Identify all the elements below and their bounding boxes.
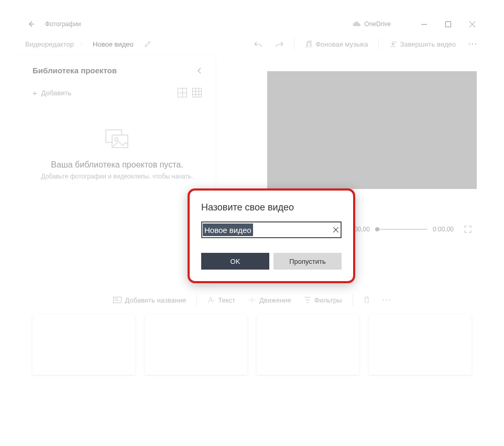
collapse-library-button[interactable]	[196, 67, 202, 74]
motion-button[interactable]: Движение	[243, 293, 297, 307]
svg-point-5	[472, 43, 474, 45]
ok-button[interactable]: OK	[201, 253, 269, 270]
title-bar: Фотографии OneDrive	[17, 16, 487, 32]
svg-point-6	[475, 43, 477, 45]
text-button[interactable]: Текст	[202, 293, 240, 307]
separator	[196, 294, 197, 306]
text-label: Текст	[218, 296, 235, 304]
motion-icon	[248, 297, 256, 303]
command-bar: Видеоредактор 〉 Новое видео Фоновая музы…	[17, 32, 487, 55]
bg-music-label: Фоновая музыка	[315, 40, 368, 48]
onedrive-label: OneDrive	[364, 20, 391, 28]
separator	[294, 38, 294, 50]
text-icon	[207, 297, 215, 303]
library-panel: Библиотека проектов + Добавить	[17, 55, 215, 286]
ellipsis-icon	[382, 299, 391, 301]
finish-video-button[interactable]: Завершить видео	[384, 37, 461, 51]
separator	[378, 38, 379, 50]
time-total: 0:00,00	[433, 226, 454, 233]
filters-label: Фильтры	[314, 296, 342, 304]
empty-library-subtitle: Добавьте фотографии и видеоклипы, чтобы …	[32, 173, 202, 180]
add-media-button[interactable]: + Добавить	[32, 88, 71, 97]
add-title-card-button[interactable]: Добавить название	[108, 293, 191, 307]
motion-label: Движение	[259, 296, 291, 304]
clip-placeholder[interactable]	[257, 314, 359, 375]
svg-point-14	[382, 299, 384, 301]
skip-button[interactable]: Пропустить	[273, 253, 342, 270]
cloud-icon	[353, 21, 361, 27]
name-video-dialog: Назовите свое видео Новое видео OK Пропу…	[188, 188, 355, 283]
trash-icon	[364, 296, 370, 304]
svg-point-16	[389, 299, 390, 301]
library-title: Библиотека проектов	[32, 66, 117, 75]
dialog-title: Назовите свое видео	[201, 202, 342, 213]
rename-button[interactable]	[140, 37, 156, 51]
empty-library-icon	[105, 129, 130, 150]
preview-canvas	[267, 71, 477, 189]
maximize-button[interactable]	[436, 16, 460, 32]
close-button[interactable]	[460, 16, 484, 32]
export-icon	[389, 40, 397, 48]
clip-placeholder[interactable]	[369, 314, 472, 375]
svg-rect-10	[114, 297, 122, 303]
chevron-right-icon: 〉	[80, 40, 85, 48]
storyboard-toolbar: Добавить название Текст Движение	[17, 286, 487, 314]
breadcrumb-editor[interactable]: Видеоредактор	[22, 37, 77, 51]
app-title: Фотографии	[45, 20, 81, 28]
music-icon	[305, 40, 312, 48]
add-title-label: Добавить название	[125, 296, 186, 304]
time-slider[interactable]	[375, 229, 428, 230]
add-label: Добавить	[41, 89, 71, 97]
storyboard	[17, 314, 487, 391]
more-button[interactable]	[463, 40, 482, 48]
fullscreen-button[interactable]	[464, 226, 472, 233]
clip-placeholder[interactable]	[145, 314, 247, 375]
title-card-icon	[113, 297, 122, 303]
onedrive-button[interactable]: OneDrive	[353, 20, 391, 28]
storyboard-more-button[interactable]	[377, 296, 396, 304]
ellipsis-icon	[468, 43, 477, 45]
filters-icon	[304, 297, 311, 303]
separator	[353, 294, 353, 306]
back-button[interactable]	[22, 20, 40, 28]
video-name-input[interactable]	[201, 221, 342, 238]
svg-point-15	[386, 299, 387, 301]
minimize-button[interactable]	[412, 16, 436, 32]
view-small-grid-button[interactable]	[192, 88, 202, 97]
filters-button[interactable]: Фильтры	[299, 293, 347, 307]
delete-clip-button[interactable]	[358, 293, 375, 307]
clip-placeholder[interactable]	[32, 314, 135, 375]
plus-icon: +	[32, 88, 37, 97]
svg-point-4	[469, 43, 470, 45]
redo-button[interactable]	[270, 37, 289, 51]
empty-library-title: Ваша библиотека проектов пуста.	[32, 160, 202, 170]
finish-label: Завершить видео	[400, 40, 456, 48]
view-large-grid-button[interactable]	[178, 88, 187, 97]
svg-rect-1	[445, 21, 451, 27]
breadcrumb-project[interactable]: Новое видео	[89, 37, 138, 51]
clear-input-button[interactable]	[333, 227, 338, 232]
svg-point-13	[251, 299, 253, 301]
bg-music-button[interactable]: Фоновая музыка	[300, 37, 373, 51]
undo-button[interactable]	[249, 37, 268, 51]
